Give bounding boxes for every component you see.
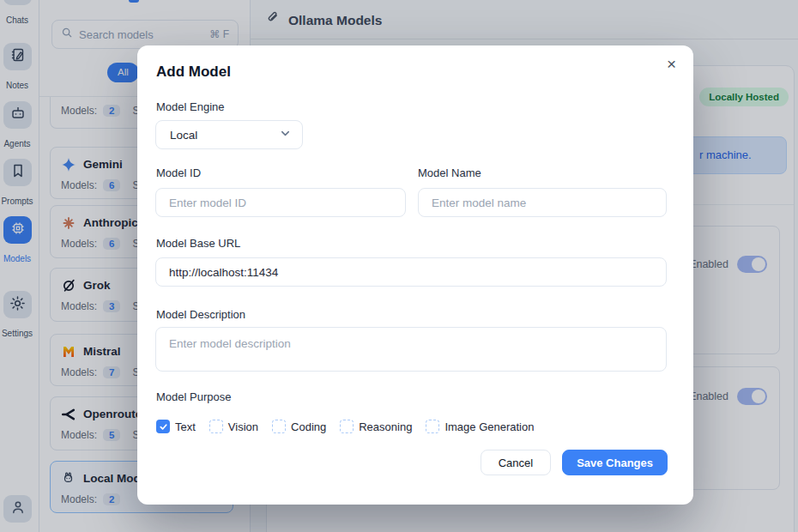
purpose-label: Vision — [228, 420, 258, 433]
model-description-label: Model Description — [156, 308, 245, 321]
checkbox-checked-icon[interactable] — [156, 420, 170, 433]
model-engine-select[interactable]: Local — [155, 120, 303, 149]
model-description-field[interactable] — [155, 327, 667, 372]
checkbox-icon[interactable] — [272, 420, 286, 433]
model-id-field[interactable] — [155, 188, 406, 217]
purpose-label: Coding — [291, 420, 326, 433]
app-window: Chats Notes Agents P — [0, 0, 798, 532]
checkbox-icon[interactable] — [340, 420, 354, 433]
purpose-image-generation-option[interactable]: Image Generation — [426, 420, 534, 433]
model-name-input[interactable] — [419, 189, 666, 216]
purpose-reasoning-option[interactable]: Reasoning — [340, 420, 412, 433]
purpose-vision-option[interactable]: Vision — [209, 420, 258, 433]
model-id-label: Model ID — [156, 166, 201, 179]
model-description-input[interactable] — [156, 328, 666, 371]
dialog-title: Add Model — [156, 63, 231, 81]
model-purpose-options: Text Vision Coding Reasoning Image Gener… — [156, 420, 534, 433]
model-base-url-label: Model Base URL — [156, 237, 240, 250]
purpose-label: Reasoning — [359, 420, 412, 433]
cancel-button[interactable]: Cancel — [481, 450, 551, 475]
purpose-label: Text — [175, 420, 196, 433]
close-icon[interactable]: × — [667, 53, 676, 76]
checkbox-icon[interactable] — [426, 420, 439, 433]
purpose-coding-option[interactable]: Coding — [272, 420, 326, 433]
model-name-field[interactable] — [418, 188, 667, 217]
model-base-url-input[interactable] — [156, 258, 666, 286]
add-model-dialog: Add Model × Model Engine Local Model ID … — [137, 45, 693, 505]
save-changes-button[interactable]: Save Changes — [562, 450, 668, 475]
model-engine-label: Model Engine — [156, 100, 225, 113]
purpose-text-option[interactable]: Text — [156, 420, 196, 433]
model-purpose-label: Model Purpose — [156, 390, 231, 403]
checkbox-icon[interactable] — [209, 420, 223, 433]
model-engine-value: Local — [170, 129, 279, 142]
dialog-actions: Cancel Save Changes — [481, 450, 668, 475]
model-id-input[interactable] — [156, 189, 405, 216]
chevron-down-icon — [279, 127, 292, 142]
model-name-label: Model Name — [418, 166, 481, 179]
purpose-label: Image Generation — [444, 420, 534, 433]
model-base-url-field[interactable] — [155, 257, 667, 287]
